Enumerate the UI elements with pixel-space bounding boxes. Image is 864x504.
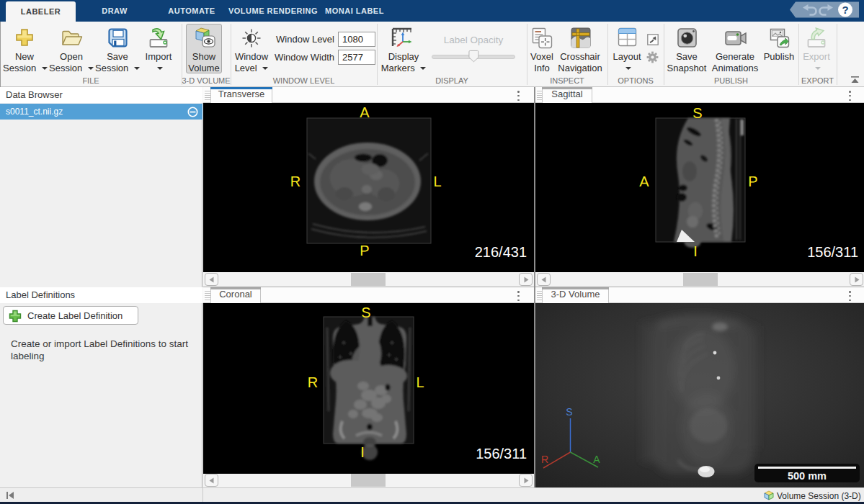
svg-text:500 mm: 500 mm bbox=[788, 470, 827, 482]
svg-text:S: S bbox=[566, 406, 572, 418]
svg-text:?: ? bbox=[842, 4, 848, 16]
svg-text:A: A bbox=[593, 454, 600, 465]
svg-text:R: R bbox=[541, 454, 548, 465]
